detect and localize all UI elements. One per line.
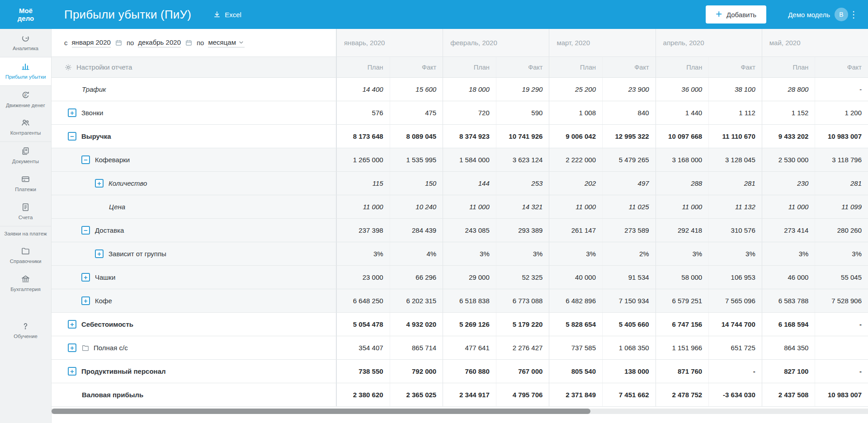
plan-value-cell[interactable]: 477 641 xyxy=(443,336,496,359)
fact-value-cell[interactable]: 5 479 265 xyxy=(602,148,656,171)
plan-value-cell[interactable]: 6 579 251 xyxy=(656,289,709,312)
fact-value-cell[interactable]: 284 439 xyxy=(390,219,443,242)
fact-value-cell[interactable]: 293 389 xyxy=(496,219,549,242)
fact-value-cell[interactable]: - xyxy=(708,360,762,383)
plan-value-cell[interactable]: 10 097 668 xyxy=(656,125,709,148)
plan-value-cell[interactable]: 738 550 xyxy=(336,360,390,383)
fact-value-cell[interactable]: 8 089 045 xyxy=(390,125,443,148)
report-settings-button[interactable]: Настройки отчета xyxy=(52,57,336,77)
plan-value-cell[interactable]: 1 440 xyxy=(656,101,709,124)
plan-value-cell[interactable]: 2 478 752 xyxy=(656,383,709,406)
fact-value-cell[interactable]: 3 128 045 xyxy=(708,148,762,171)
plan-value-cell[interactable]: 115 xyxy=(336,172,390,195)
plan-value-cell[interactable]: 1 152 xyxy=(762,101,815,124)
fact-value-cell[interactable]: 3% xyxy=(815,242,868,265)
plan-value-cell[interactable]: 805 540 xyxy=(549,360,602,383)
fact-value-cell[interactable]: 4% xyxy=(390,242,443,265)
plan-value-cell[interactable]: 6 648 250 xyxy=(336,289,390,312)
calendar-icon[interactable] xyxy=(115,39,123,47)
plan-value-cell[interactable]: 2 380 620 xyxy=(336,383,390,406)
collapse-icon[interactable]: − xyxy=(81,155,90,164)
plan-value-cell[interactable]: 273 414 xyxy=(762,219,815,242)
plan-value-cell[interactable]: 2 222 000 xyxy=(549,148,602,171)
plan-value-cell[interactable]: 8 173 648 xyxy=(336,125,390,148)
fact-value-cell[interactable]: -3 634 030 xyxy=(708,383,762,406)
fact-value-cell[interactable]: 150 xyxy=(390,172,443,195)
plan-value-cell[interactable]: 29 000 xyxy=(443,266,496,289)
fact-value-cell[interactable] xyxy=(815,336,868,359)
fact-value-cell[interactable]: 14 321 xyxy=(496,195,549,218)
fact-value-cell[interactable]: - xyxy=(815,360,868,383)
kebab-menu-icon[interactable]: ⋮ xyxy=(848,8,859,21)
fact-value-cell[interactable]: 281 xyxy=(815,172,868,195)
plan-value-cell[interactable]: 11 000 xyxy=(443,195,496,218)
fact-value-cell[interactable]: 52 325 xyxy=(496,266,549,289)
fact-value-cell[interactable]: 840 xyxy=(602,101,656,124)
plan-value-cell[interactable]: 3% xyxy=(336,242,390,265)
plan-value-cell[interactable]: 6 583 788 xyxy=(762,289,815,312)
plan-value-cell[interactable]: 737 585 xyxy=(549,336,602,359)
plan-value-cell[interactable]: 6 518 838 xyxy=(443,289,496,312)
collapse-icon[interactable]: − xyxy=(81,226,90,235)
plan-value-cell[interactable]: 46 000 xyxy=(762,266,815,289)
plan-value-cell[interactable]: 11 000 xyxy=(656,195,709,218)
fact-value-cell[interactable]: 14 744 700 xyxy=(708,313,762,336)
fact-value-cell[interactable]: 280 260 xyxy=(815,219,868,242)
plan-value-cell[interactable]: 2 371 849 xyxy=(549,383,602,406)
plan-value-cell[interactable]: 3% xyxy=(443,242,496,265)
fact-value-cell[interactable]: 4 795 706 xyxy=(496,383,549,406)
expand-icon[interactable]: + xyxy=(81,296,90,305)
fact-value-cell[interactable]: 10 983 007 xyxy=(815,383,868,406)
fact-value-cell[interactable]: 10 741 926 xyxy=(496,125,549,148)
fact-value-cell[interactable]: 310 576 xyxy=(708,219,762,242)
fact-value-cell[interactable]: 106 953 xyxy=(708,266,762,289)
fact-value-cell[interactable]: 11 110 670 xyxy=(708,125,762,148)
fact-value-cell[interactable]: 7 565 096 xyxy=(708,289,762,312)
fact-value-cell[interactable]: 3% xyxy=(708,242,762,265)
fact-value-cell[interactable]: 865 714 xyxy=(390,336,443,359)
plan-value-cell[interactable]: 5 269 126 xyxy=(443,313,496,336)
sidebar-item-payment-requests[interactable]: Заявки на платеж xyxy=(0,226,51,242)
fact-value-cell[interactable]: 6 202 315 xyxy=(390,289,443,312)
excel-export-button[interactable]: Excel xyxy=(213,10,241,19)
plan-value-cell[interactable]: 3% xyxy=(762,242,815,265)
plan-value-cell[interactable]: 36 000 xyxy=(656,78,709,101)
plan-value-cell[interactable]: 11 000 xyxy=(549,195,602,218)
sidebar-item-directories[interactable]: Справочники xyxy=(0,242,51,270)
fact-value-cell[interactable]: 19 290 xyxy=(496,78,549,101)
fact-value-cell[interactable]: 6 773 088 xyxy=(496,289,549,312)
expand-icon[interactable]: + xyxy=(95,179,104,188)
fact-value-cell[interactable]: 2% xyxy=(602,242,656,265)
fact-value-cell[interactable]: 1 535 995 xyxy=(390,148,443,171)
sidebar-item-analytics[interactable]: Аналитика xyxy=(0,29,51,57)
fact-value-cell[interactable]: 55 045 xyxy=(815,266,868,289)
plan-value-cell[interactable]: 18 000 xyxy=(443,78,496,101)
fact-value-cell[interactable]: 11 132 xyxy=(708,195,762,218)
fact-value-cell[interactable]: 2 276 427 xyxy=(496,336,549,359)
fact-value-cell[interactable]: 767 000 xyxy=(496,360,549,383)
scrollbar-thumb[interactable] xyxy=(52,409,590,414)
expand-icon[interactable]: + xyxy=(68,108,76,117)
expand-icon[interactable]: + xyxy=(95,249,104,258)
fact-value-cell[interactable]: 273 589 xyxy=(602,219,656,242)
plan-value-cell[interactable]: 237 398 xyxy=(336,219,390,242)
fact-value-cell[interactable]: 3 623 124 xyxy=(496,148,549,171)
fact-value-cell[interactable]: 651 725 xyxy=(708,336,762,359)
plan-value-cell[interactable]: 292 418 xyxy=(656,219,709,242)
calendar-icon[interactable] xyxy=(185,39,193,47)
plan-value-cell[interactable]: 354 407 xyxy=(336,336,390,359)
plan-value-cell[interactable]: 1 151 966 xyxy=(656,336,709,359)
plan-value-cell[interactable]: 202 xyxy=(549,172,602,195)
fact-value-cell[interactable]: 12 995 322 xyxy=(602,125,656,148)
sidebar-item-payments[interactable]: Платежи xyxy=(0,170,51,198)
sidebar-item-cash-flow[interactable]: ₽ Движение денег xyxy=(0,86,51,114)
plan-value-cell[interactable]: 1 008 xyxy=(549,101,602,124)
plan-value-cell[interactable]: 23 000 xyxy=(336,266,390,289)
fact-value-cell[interactable]: 15 600 xyxy=(390,78,443,101)
plan-value-cell[interactable]: 6 482 896 xyxy=(549,289,602,312)
fact-value-cell[interactable]: 7 150 934 xyxy=(602,289,656,312)
fact-value-cell[interactable]: - xyxy=(815,313,868,336)
expand-icon[interactable]: + xyxy=(68,320,76,329)
plan-value-cell[interactable]: 5 054 478 xyxy=(336,313,390,336)
plan-value-cell[interactable]: 9 006 042 xyxy=(549,125,602,148)
